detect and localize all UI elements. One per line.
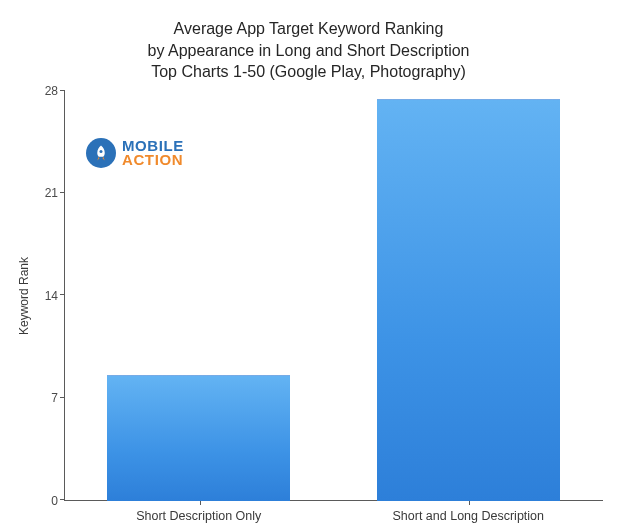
title-line-3: Top Charts 1-50 (Google Play, Photograph… — [151, 63, 466, 80]
plot-canvas — [64, 91, 603, 501]
title-line-2: by Appearance in Long and Short Descript… — [148, 42, 470, 59]
y-tick-label: 14 — [45, 289, 58, 303]
title-line-1: Average App Target Keyword Ranking — [174, 20, 444, 37]
chart-title: Average App Target Keyword Ranking by Ap… — [14, 18, 603, 83]
y-tick-label: 7 — [51, 391, 58, 405]
bar-slot — [334, 91, 604, 501]
chart-container: Average App Target Keyword Ranking by Ap… — [0, 0, 621, 525]
bar — [107, 375, 290, 500]
bar-slot — [64, 91, 334, 501]
bars-layer — [64, 91, 603, 501]
y-axis-label-col: Keyword Rank — [14, 91, 34, 501]
y-tick-label: 21 — [45, 186, 58, 200]
plot-area: Keyword Rank 07142128 — [14, 91, 603, 501]
y-tick-label: 28 — [45, 84, 58, 98]
y-axis-ticks: 07142128 — [34, 91, 64, 501]
x-axis-labels: Short Description OnlyShort and Long Des… — [64, 501, 603, 523]
y-axis-label: Keyword Rank — [17, 257, 31, 335]
y-tick-label: 0 — [51, 494, 58, 508]
bar — [377, 99, 560, 501]
